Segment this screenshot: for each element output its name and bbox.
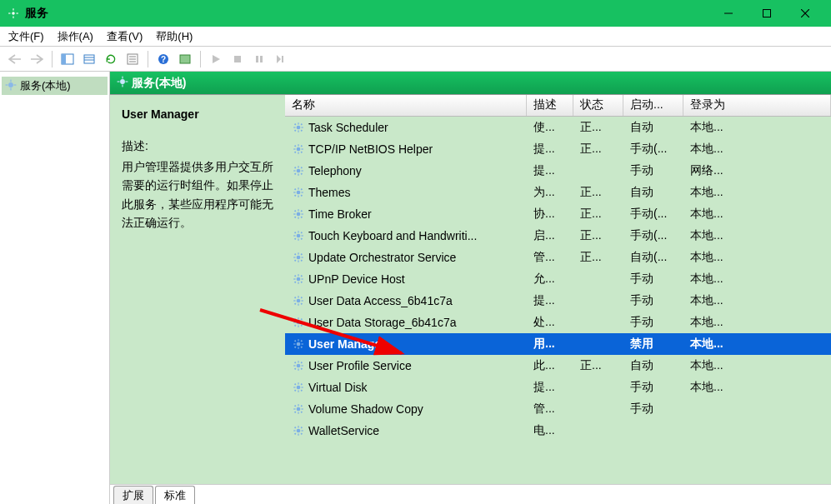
service-login: 本地... (683, 118, 831, 137)
restart-service-button[interactable] (271, 49, 291, 69)
gear-icon (292, 207, 305, 221)
service-status (573, 321, 623, 324)
gear-icon (292, 142, 305, 156)
service-startup: 手动 (623, 162, 683, 180)
table-row[interactable]: Volume Shadow Copy管...手动 (285, 398, 831, 420)
svg-rect-101 (293, 278, 295, 279)
svg-rect-91 (298, 261, 298, 262)
maximize-button[interactable] (748, 0, 786, 27)
help-button[interactable]: ? (153, 49, 173, 69)
svg-rect-58 (294, 167, 296, 168)
service-login (683, 407, 831, 411)
gear-icon (117, 76, 128, 90)
close-button[interactable] (786, 0, 824, 27)
svg-rect-59 (301, 167, 303, 168)
service-name: User Data Storage_6b41c7a (308, 316, 456, 329)
service-startup: 自动(... (623, 248, 683, 267)
svg-rect-39 (302, 127, 303, 127)
svg-rect-82 (298, 239, 298, 241)
service-name: Telephony (308, 164, 362, 177)
services-table: 名称 描述 状态 启动... 登录为 Task Scheduler使...正..… (285, 95, 831, 484)
svg-rect-136 (298, 369, 298, 371)
service-desc: 使... (527, 118, 573, 137)
column-login[interactable]: 登录为 (683, 95, 831, 116)
service-name: Volume Shadow Copy (308, 402, 423, 416)
svg-rect-99 (298, 274, 298, 276)
svg-rect-90 (298, 252, 298, 254)
svg-rect-20 (180, 55, 190, 63)
svg-rect-128 (293, 343, 295, 344)
svg-rect-42 (294, 130, 296, 132)
show-hide-tree-button[interactable] (58, 49, 78, 69)
menu-file[interactable]: 文件(F) (2, 27, 51, 46)
stop-service-button[interactable] (228, 49, 248, 69)
table-row[interactable]: Virtual Disk提...手动本地... (285, 377, 831, 398)
table-row[interactable]: User Profile Service此...正...自动本地... (285, 355, 831, 377)
window-title: 服务 (25, 6, 709, 21)
svg-rect-86 (301, 232, 303, 233)
tree-item-services-local[interactable]: 服务(本地) (2, 77, 108, 95)
table-row[interactable]: User Data Storage_6b41c7a处...手动本地... (285, 312, 831, 333)
svg-rect-43 (301, 130, 303, 132)
properties-button[interactable] (123, 49, 143, 69)
svg-rect-165 (302, 430, 303, 431)
service-startup: 手动 (623, 378, 683, 397)
table-row[interactable]: Themes为...正...自动本地... (285, 182, 831, 203)
table-row[interactable]: Telephony提...手动网络... (285, 160, 831, 182)
minimize-button[interactable] (709, 0, 748, 27)
svg-rect-156 (302, 408, 303, 409)
service-status: 正... (573, 227, 623, 245)
menu-help[interactable]: 帮助(H) (149, 27, 199, 46)
service-login: 本地... (683, 292, 831, 310)
svg-rect-40 (294, 123, 296, 125)
pause-service-button[interactable] (249, 49, 269, 69)
gear-icon (5, 79, 17, 93)
table-row[interactable]: UPnP Device Host允...手动本地... (285, 268, 831, 290)
back-button[interactable] (5, 49, 25, 69)
start-service-button[interactable] (206, 49, 226, 69)
service-status: 正... (573, 183, 623, 202)
table-row[interactable]: User Data Access_6b41c7a提...手动本地... (285, 290, 831, 312)
svg-rect-97 (301, 260, 303, 262)
column-description[interactable]: 描述 (527, 95, 573, 116)
column-status[interactable]: 状态 (573, 95, 623, 116)
svg-rect-117 (298, 317, 298, 319)
tab-extended[interactable]: 扩展 (113, 486, 153, 504)
table-row[interactable]: Time Broker协...正...手动(...本地... (285, 203, 831, 225)
svg-rect-169 (301, 433, 303, 435)
svg-rect-22 (256, 56, 258, 62)
tab-standard[interactable]: 标准 (155, 486, 195, 504)
refresh-button[interactable] (101, 49, 121, 69)
menu-view[interactable]: 查看(V) (100, 27, 149, 46)
svg-rect-120 (302, 322, 303, 322)
table-row[interactable]: Update Orchestrator Service管...正...自动(..… (285, 247, 831, 268)
export-list-button[interactable] (79, 49, 99, 69)
menu-action[interactable]: 操作(A) (51, 27, 100, 46)
svg-rect-160 (301, 412, 303, 413)
svg-rect-164 (293, 430, 295, 431)
svg-point-116 (297, 321, 301, 325)
table-row[interactable]: TCP/IP NetBIOS Helper提...正...手动(...本地... (285, 138, 831, 160)
svg-point-125 (297, 342, 301, 347)
table-row[interactable]: Touch Keyboard and Handwriti...启...正...手… (285, 225, 831, 247)
table-row[interactable]: WalletService电... (285, 420, 831, 442)
svg-rect-81 (298, 231, 298, 232)
svg-rect-3 (8, 12, 10, 13)
selected-service-name: User Manager (122, 105, 275, 123)
column-startup[interactable]: 启动... (623, 95, 683, 116)
service-login: 本地... (683, 205, 831, 223)
gear-icon (292, 316, 305, 329)
app-icon (7, 7, 20, 20)
forward-button[interactable] (27, 49, 47, 69)
svg-rect-140 (301, 362, 303, 363)
table-row[interactable]: Task Scheduler使...正...自动本地... (285, 117, 831, 138)
column-name[interactable]: 名称 (285, 95, 527, 116)
service-desc: 用... (527, 335, 573, 353)
svg-rect-73 (298, 217, 298, 219)
gear-icon (292, 424, 305, 437)
action-button[interactable] (175, 49, 195, 69)
table-row[interactable]: User Manager用...禁用本地... (285, 333, 831, 355)
svg-rect-110 (293, 300, 295, 301)
svg-point-98 (297, 277, 301, 282)
service-desc: 协... (527, 205, 573, 223)
